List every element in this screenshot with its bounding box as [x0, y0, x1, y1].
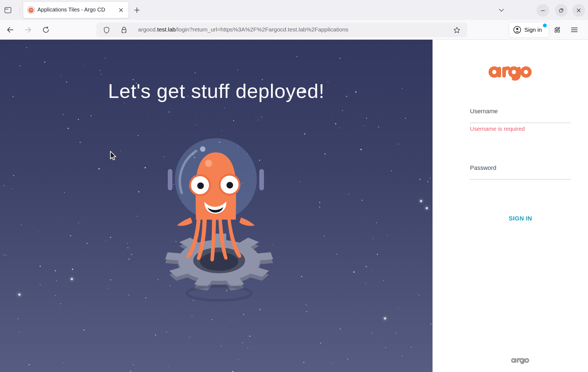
- helmet-handle-right: [259, 169, 264, 190]
- star: [320, 343, 321, 344]
- close-icon[interactable]: [572, 4, 585, 17]
- password-input[interactable]: [470, 179, 571, 180]
- star: [364, 126, 364, 126]
- page-content: Let's get stuff deployed!: [0, 40, 588, 372]
- star: [411, 347, 411, 347]
- star: [84, 65, 84, 65]
- menu-hamburger-icon[interactable]: [571, 24, 583, 36]
- star: [391, 170, 392, 171]
- star: [17, 318, 18, 319]
- star: [319, 207, 320, 208]
- star: [20, 65, 20, 66]
- star: [70, 235, 71, 237]
- star: [127, 243, 128, 244]
- star: [353, 271, 355, 273]
- star: [138, 135, 139, 136]
- star: [304, 133, 305, 135]
- firefox-view-icon[interactable]: [4, 5, 15, 15]
- star: [419, 179, 421, 180]
- reload-icon[interactable]: [40, 24, 52, 36]
- star: [64, 192, 65, 193]
- star: [155, 335, 156, 335]
- star: [430, 178, 430, 179]
- url-path: /login?return_url=https%3A%2F%2Fargocd.t…: [176, 26, 348, 33]
- lock-warning-icon[interactable]: [120, 27, 128, 34]
- star: [232, 371, 233, 372]
- star: [348, 193, 349, 195]
- star: [303, 362, 305, 363]
- star: [189, 337, 190, 338]
- star: [419, 295, 420, 296]
- star: [26, 47, 27, 48]
- star: [4, 185, 5, 186]
- star: [83, 329, 85, 331]
- star: [238, 359, 239, 360]
- minimize-icon[interactable]: [537, 4, 549, 17]
- extensions-puzzle-icon[interactable]: [553, 24, 565, 36]
- star: [373, 238, 374, 239]
- tab-list-chevron-icon[interactable]: [498, 4, 510, 16]
- star: [212, 319, 213, 320]
- back-icon[interactable]: [4, 24, 16, 36]
- star: [133, 364, 134, 365]
- star: [60, 303, 61, 304]
- star: [13, 175, 14, 176]
- browser-tab[interactable]: Applications Tiles - Argo CD: [23, 2, 128, 18]
- star: [372, 271, 373, 272]
- star: [342, 110, 343, 111]
- star: [362, 200, 363, 201]
- argo-footer-logo: [510, 356, 530, 364]
- star: [130, 371, 131, 372]
- star: [100, 70, 101, 71]
- star: [233, 120, 234, 121]
- browser-signin-button[interactable]: Sign in: [509, 22, 549, 38]
- star: [237, 69, 238, 71]
- url-bar[interactable]: argocd.test.lab/login?return_url=https%3…: [96, 22, 467, 37]
- url-subdomain: argocd.: [138, 26, 157, 33]
- new-tab-icon[interactable]: [133, 4, 145, 16]
- star: [430, 323, 432, 325]
- maximize-icon[interactable]: [555, 4, 568, 17]
- star: [416, 293, 416, 294]
- star: [72, 269, 73, 270]
- star: [166, 332, 167, 332]
- url-domain: test.lab: [157, 26, 176, 33]
- star: [129, 295, 129, 295]
- star: [324, 236, 325, 237]
- star: [399, 307, 399, 308]
- star: [80, 142, 81, 143]
- star: [377, 254, 378, 255]
- signin-button[interactable]: SIGN IN: [470, 215, 571, 222]
- star: [258, 120, 258, 120]
- star: [55, 270, 56, 271]
- tab-close-icon[interactable]: [118, 7, 125, 13]
- star: [87, 243, 87, 244]
- star: [384, 317, 386, 319]
- star: [339, 127, 340, 128]
- cursor-pointer-icon: [109, 151, 117, 162]
- star: [396, 333, 397, 334]
- star: [337, 254, 337, 255]
- star: [63, 362, 64, 363]
- bookmark-star-icon[interactable]: [453, 26, 461, 34]
- browser-window: Applications Tiles - Argo CD: [0, 0, 588, 372]
- star: [110, 237, 111, 238]
- star: [420, 200, 422, 202]
- account-icon: [513, 25, 522, 34]
- star: [365, 283, 366, 283]
- username-error: Username is required: [470, 126, 525, 132]
- star: [78, 222, 79, 223]
- tab-bar: Applications Tiles - Argo CD: [0, 0, 588, 20]
- star: [376, 222, 377, 223]
- tracking-shield-icon[interactable]: [103, 27, 110, 34]
- star: [247, 347, 248, 348]
- forward-icon[interactable]: [22, 24, 34, 36]
- star: [145, 297, 146, 298]
- star: [5, 255, 6, 256]
- star: [366, 266, 367, 267]
- star: [29, 364, 30, 365]
- star: [63, 114, 64, 115]
- star: [56, 280, 57, 281]
- username-input[interactable]: [470, 123, 571, 123]
- star: [124, 103, 125, 103]
